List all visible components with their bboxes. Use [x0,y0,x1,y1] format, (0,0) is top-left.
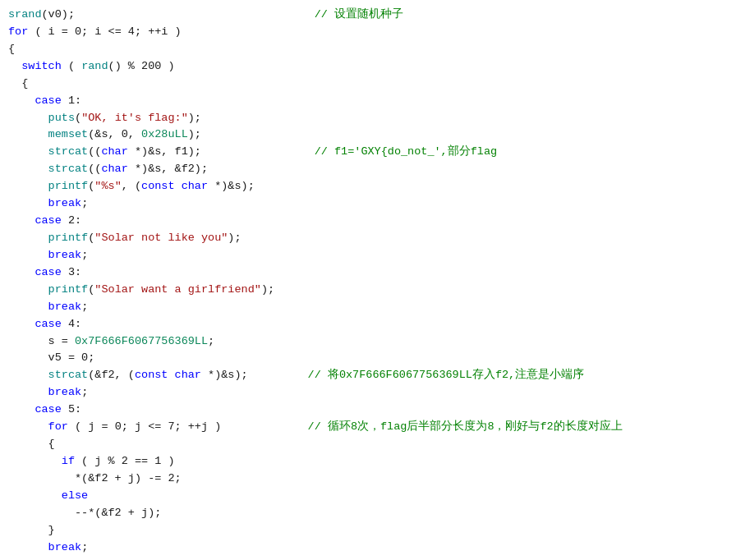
code-line-5: { [8,76,728,93]
code-line-28: *(&f2 + j) -= 2; [8,470,728,488]
code-line-9: strcat((char *)&s, f1); // f1='GXY{do_no… [8,144,728,161]
code-line-19: case 4: [8,316,728,333]
code-line-7: puts("OK, it's flag:"); [8,110,728,127]
code-line-6: case 1: [8,93,728,110]
code-line-13: case 2: [8,213,728,230]
code-line-2: for ( i = 0; i <= 4; ++i ) [8,24,728,41]
code-line-15: break; [8,247,728,264]
code-line-17: printf("Solar want a girlfriend"); [8,282,728,299]
code-line-27: if ( j % 2 == 1 ) [8,453,728,470]
code-line-21: v5 = 0; [8,350,728,367]
code-line-30: --*(&f2 + j); [8,505,728,522]
code-line-14: printf("Solar not like you"); [8,230,728,247]
code-line-4: switch ( rand() % 200 ) [8,58,728,76]
code-line-32: break; [8,539,728,557]
code-line-18: break; [8,299,728,316]
code-line-25: for ( j = 0; j <= 7; ++j ) // 循环8次，flag后… [8,419,728,436]
code-line-10: strcat((char *)&s, &f2); [8,161,728,178]
code-line-22: strcat(&f2, (const char *)&s); // 将0x7F6… [8,367,728,384]
code-line-33: default: [8,557,728,561]
code-line-16: case 3: [8,264,728,282]
code-line-20: s = 0x7F666F6067756369LL; [8,333,728,351]
code-line-26: { [8,436,728,453]
code-line-23: break; [8,384,728,402]
code-line-31: } [8,522,728,539]
code-line-3: { [8,41,728,58]
code-line-11: printf("%s", (const char *)&s); [8,178,728,195]
code-line-29: else [8,488,728,505]
code-line-8: memset(&s, 0, 0x28uLL); [8,126,728,144]
code-container: srand(v0); // 设置随机种子 for ( i = 0; i <= 4… [0,0,736,560]
code-line-1: srand(v0); // 设置随机种子 [8,7,728,24]
code-line-24: case 5: [8,402,728,419]
code-line-12: break; [8,195,728,213]
